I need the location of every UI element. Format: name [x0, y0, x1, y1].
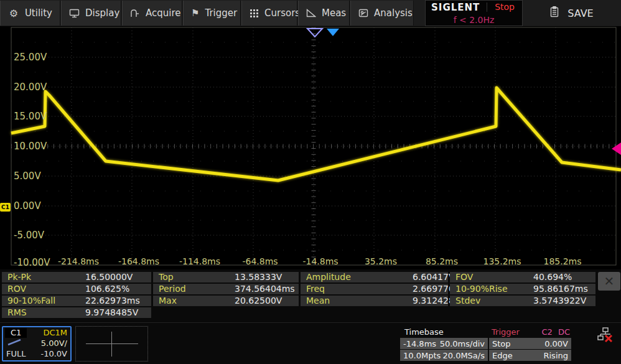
meas-label: RMS — [7, 307, 27, 318]
trigger-delay-marker[interactable] — [307, 29, 322, 37]
y-axis-label: 20.00V — [14, 82, 47, 93]
meas-label: Freq — [306, 284, 325, 294]
trigger-coupling: DC — [558, 327, 570, 337]
x-axis-label: 185.2ms — [540, 256, 585, 266]
channel1-bandwidth: FULL — [6, 349, 26, 358]
menu-display[interactable]: Display — [61, 1, 121, 26]
y-axis-label: 5.00V — [14, 171, 41, 182]
meas-label: Pk-Pk — [7, 272, 31, 282]
meas-label: ROV — [7, 284, 26, 294]
channel1-coupling: DC1M — [43, 328, 67, 337]
menu-cursors-label: Cursors — [264, 7, 300, 19]
channel1-position-marker[interactable]: C1 — [0, 203, 11, 212]
meas-cell: Stdev3.5743922V — [450, 296, 595, 306]
trigger-source: C2 — [541, 327, 552, 337]
cursors-icon — [250, 7, 259, 19]
trigger-title: Trigger — [492, 327, 520, 338]
meas-label: Amplitude — [306, 272, 351, 282]
add-channel-slot[interactable] — [75, 326, 148, 362]
x-axis-label: -214.8ms — [56, 256, 101, 266]
menu-cursors[interactable]: Cursors — [241, 1, 297, 26]
channel1-descriptor[interactable]: C1 DC1M 5.00V/ FULL -10.0V — [2, 326, 72, 362]
meas-cell: FOV40.694% — [450, 272, 595, 282]
meas-value: 374.56404ms — [235, 284, 295, 294]
meas-label: Max — [159, 296, 177, 306]
menu-acquire[interactable]: Acquire — [122, 1, 182, 26]
save-button-label: SAVE — [567, 7, 593, 19]
x-axis-label: -14.8ms — [298, 256, 343, 266]
x-axis-label: -114.8ms — [177, 256, 222, 266]
menu-utility-label: Utility — [25, 7, 52, 19]
meas-cell: ROV106.625% — [2, 284, 151, 294]
menu-analysis[interactable]: Analysis — [350, 1, 414, 26]
display-icon — [69, 7, 80, 19]
meas-cell: Period374.56404ms — [153, 284, 299, 294]
oscilloscope-screen: ⚙ Utility Display Acquire ⚑ Trigger — [0, 0, 621, 364]
menu-meas-label: Meas — [322, 7, 346, 19]
meas-value: 13.58333V — [235, 272, 282, 282]
y-axis-label: 15.00V — [14, 111, 47, 122]
measurement-table: Pk-Pk16.50000V Top13.58333V Amplitude6.6… — [0, 269, 621, 322]
meas-value: 3.5743922V — [533, 296, 586, 306]
timebase-panel[interactable]: Timebase -14.8ms 50.0ms/div 10.0Mpts 20.… — [400, 326, 488, 362]
meas-label: FOV — [455, 272, 473, 282]
timebase-delay: -14.8ms — [403, 339, 436, 348]
meas-label: 90-10%Fall — [7, 296, 55, 306]
meas-cell: Top13.58333V — [153, 272, 299, 282]
save-button[interactable]: SAVE — [523, 0, 621, 26]
meas-value: 16.50000V — [85, 272, 133, 282]
channel1-offset: -10.0V — [40, 349, 67, 358]
crosshair-icon — [86, 343, 138, 344]
trigger-level: 0.00V — [544, 339, 568, 348]
menu-display-label: Display — [85, 7, 119, 19]
meas-cell: Freq2.66977042Hz — [301, 284, 448, 294]
meas-cell: RMS9.9748485V — [2, 307, 151, 318]
trace-style-icon — [6, 338, 22, 348]
acquire-icon — [130, 7, 140, 19]
gear-icon: ⚙ — [8, 7, 19, 19]
menu-utility[interactable]: ⚙ Utility — [0, 1, 60, 26]
frequency-counter: f < 2.0Hz — [426, 14, 522, 26]
menu-trigger-label: Trigger — [205, 7, 237, 19]
bottom-bar: C1 DC1M 5.00V/ FULL -10.0V Timebase -14.… — [0, 322, 621, 364]
ruler-triangle-icon — [306, 7, 316, 19]
waveform-display: 25.00V 20.00V 15.00V 10.00V 5.00V 0.00V … — [0, 26, 621, 269]
meas-value: 9.9748485V — [85, 307, 138, 318]
channel1-trace — [11, 88, 621, 180]
x-axis-label: 85.2ms — [419, 256, 464, 266]
menu-analysis-label: Analysis — [374, 7, 413, 19]
menu-acquire-label: Acquire — [146, 7, 181, 19]
network-status-icon[interactable] — [597, 327, 614, 342]
meas-value: 6.60417V — [413, 272, 454, 282]
x-axis-label: 135.2ms — [480, 256, 525, 266]
menu-trigger[interactable]: ⚑ Trigger — [183, 1, 241, 26]
meas-value: 106.625% — [85, 284, 129, 294]
sample-rate: 20.0MSa/s — [442, 351, 485, 360]
menu-meas[interactable]: Meas — [298, 1, 350, 26]
trigger-panel[interactable]: Trigger C2 DC Stop 0.00V Edge Rising — [489, 326, 571, 362]
channel1-name: C1 — [5, 328, 27, 338]
acquisition-status[interactable]: Stop — [487, 2, 522, 12]
x-axis-label: -164.8ms — [116, 256, 161, 266]
meas-value: 22.62973ms — [85, 296, 140, 306]
meas-label: Stdev — [455, 296, 480, 306]
siglent-logo: SIGLENT — [426, 2, 487, 13]
memory-depth: 10.0Mpts — [403, 351, 441, 360]
meas-cell: 10-90%Rise95.86167ms — [450, 284, 595, 294]
meas-cell: Mean9.3124284V — [301, 296, 448, 306]
flag-icon: ⚑ — [191, 7, 199, 19]
meas-label: 10-90%Rise — [455, 284, 508, 294]
timebase-scale: 50.0ms/div — [440, 339, 485, 348]
meas-value: 95.86167ms — [533, 284, 588, 294]
x-axis-label: -64.8ms — [238, 256, 282, 266]
trigger-position-marker[interactable] — [327, 29, 339, 36]
meas-label: Mean — [306, 296, 330, 306]
trigger-type: Edge — [492, 351, 513, 360]
meas-value: 20.62500V — [235, 296, 282, 306]
meas-label: Period — [159, 284, 186, 294]
close-measurements-button[interactable]: ✕ — [598, 272, 620, 291]
status-box: SIGLENT Stop f < 2.0Hz — [425, 0, 523, 26]
channel1-scale: 5.00V/ — [41, 338, 67, 348]
close-icon: ✕ — [604, 274, 615, 289]
y-axis-label: 10.00V — [14, 141, 47, 152]
